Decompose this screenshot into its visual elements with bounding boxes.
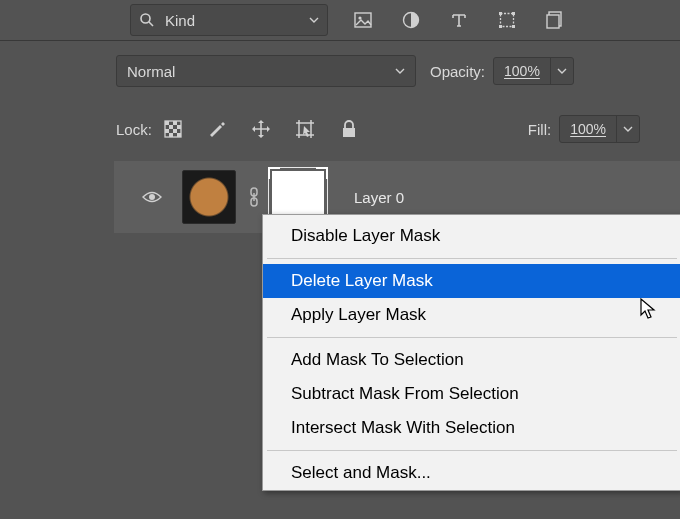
svg-rect-17	[165, 129, 169, 133]
chevron-down-icon[interactable]	[616, 116, 639, 142]
svg-rect-19	[169, 133, 173, 137]
svg-point-0	[141, 14, 150, 23]
menu-delete-layer-mask[interactable]: Delete Layer Mask	[263, 264, 680, 298]
layer-thumbnail[interactable]	[182, 170, 236, 224]
visibility-toggle-icon[interactable]	[142, 190, 162, 204]
menu-subtract-mask-from-selection[interactable]: Subtract Mask From Selection	[263, 377, 680, 411]
pixel-layers-icon[interactable]	[352, 9, 374, 31]
svg-point-3	[358, 16, 361, 19]
filter-row: Kind	[0, 0, 680, 40]
chevron-down-icon	[395, 67, 405, 75]
layer-mask-context-menu: Disable Layer Mask Delete Layer Mask App…	[262, 214, 680, 491]
lock-label: Lock:	[116, 121, 152, 138]
svg-rect-6	[499, 12, 502, 15]
menu-separator	[267, 258, 677, 259]
lock-position-icon[interactable]	[250, 118, 272, 140]
blend-mode-dropdown[interactable]: Normal	[116, 55, 416, 87]
svg-rect-18	[173, 129, 177, 133]
filter-type-icons	[352, 9, 566, 31]
menu-intersect-mask-with-selection[interactable]: Intersect Mask With Selection	[263, 411, 680, 445]
fill-value: 100%	[560, 121, 616, 137]
chevron-down-icon	[309, 16, 319, 24]
svg-rect-2	[355, 13, 371, 27]
lock-artboard-icon[interactable]	[294, 118, 316, 140]
lock-transparency-icon[interactable]	[162, 118, 184, 140]
svg-rect-13	[165, 121, 169, 125]
menu-separator	[267, 337, 677, 338]
blend-opacity-row: Normal Opacity: 100%	[0, 41, 680, 101]
opacity-value: 100%	[494, 63, 550, 79]
type-layers-icon[interactable]	[448, 9, 470, 31]
filter-kind-label: Kind	[165, 12, 195, 29]
svg-rect-14	[173, 121, 177, 125]
svg-rect-5	[501, 14, 514, 27]
chevron-down-icon[interactable]	[550, 58, 573, 84]
svg-rect-15	[169, 125, 173, 129]
svg-rect-20	[177, 133, 181, 137]
adjustment-layers-icon[interactable]	[400, 9, 422, 31]
layer-name[interactable]: Layer 0	[354, 189, 404, 206]
menu-apply-layer-mask[interactable]: Apply Layer Mask	[263, 298, 680, 332]
smart-objects-icon[interactable]	[544, 9, 566, 31]
menu-disable-layer-mask[interactable]: Disable Layer Mask	[263, 219, 680, 253]
blend-mode-value: Normal	[127, 63, 175, 80]
svg-rect-8	[499, 25, 502, 28]
fill-input[interactable]: 100%	[559, 115, 640, 143]
link-mask-icon[interactable]	[244, 187, 264, 207]
opacity-label: Opacity:	[430, 63, 485, 80]
svg-rect-7	[512, 12, 515, 15]
svg-line-1	[149, 22, 153, 26]
filter-kind-dropdown[interactable]: Kind	[130, 4, 328, 36]
menu-select-and-mask[interactable]: Select and Mask...	[263, 456, 680, 490]
svg-rect-30	[343, 128, 355, 137]
menu-separator	[267, 450, 677, 451]
menu-add-mask-to-selection[interactable]: Add Mask To Selection	[263, 343, 680, 377]
svg-rect-11	[547, 15, 559, 28]
svg-rect-9	[512, 25, 515, 28]
svg-point-31	[149, 194, 155, 200]
lock-pixels-icon[interactable]	[206, 118, 228, 140]
search-icon	[139, 12, 155, 28]
svg-rect-16	[177, 125, 181, 129]
lock-fill-row: Lock: Fill: 100%	[0, 101, 680, 161]
shape-layers-icon[interactable]	[496, 9, 518, 31]
opacity-input[interactable]: 100%	[493, 57, 574, 85]
fill-label: Fill:	[528, 121, 551, 138]
lock-all-icon[interactable]	[338, 118, 360, 140]
